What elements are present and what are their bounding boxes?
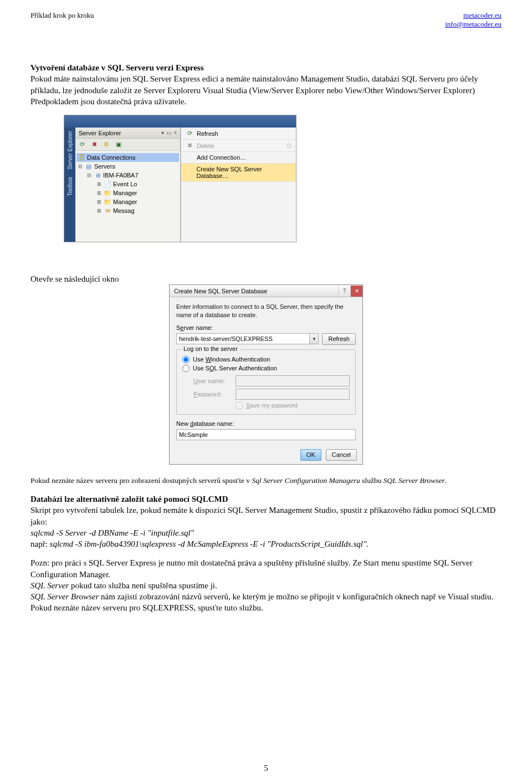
cancel-button[interactable]: Cancel — [326, 449, 357, 461]
stop-icon[interactable]: ✖ — [90, 140, 99, 149]
username-label: User name: — [193, 378, 232, 384]
delete-icon: ✖ — [186, 142, 193, 149]
dropdown-icon[interactable]: ▼ — [309, 334, 318, 344]
folder-icon: 📁 — [104, 198, 111, 206]
context-menu: ⟳ Refresh ✖ Delete D Add Connection… Cre… — [181, 128, 296, 242]
page-number: 5 — [0, 763, 532, 773]
expand-icon[interactable]: ⊞ — [96, 181, 102, 187]
radio-windows-auth-input[interactable] — [182, 356, 190, 363]
collapse-icon[interactable]: ⊟ — [86, 172, 92, 178]
expand-icon[interactable]: ⊞ — [96, 190, 102, 196]
sqlbrowser-line: SQL Server Browser nám zajistí zobrazová… — [30, 591, 502, 614]
new-db-label: New database name: — [176, 420, 356, 427]
side-tab-toolbox[interactable]: Toolbox — [67, 177, 73, 196]
ctx-create-db[interactable]: Create New SQL Server Database… — [181, 164, 296, 182]
server-explorer-panel: Server Explorer ▾ ▭ × ⟳ ✖ ⚙ ▣ 🗄 Data Con… — [75, 128, 181, 242]
ctx-delete: ✖ Delete D — [181, 140, 296, 152]
help-button[interactable]: ? — [338, 286, 350, 297]
tree-view: 🗄 Data Connections ⊟ ▤ Servers ⊟ 🖥 IBM-F… — [75, 151, 180, 217]
header-right: metacoder.eu info@metacoder.eu — [445, 11, 502, 29]
folder-icon: 📁 — [104, 189, 111, 197]
shortcut-hint: D — [287, 142, 291, 149]
panel-toolbar: ⟳ ✖ ⚙ ▣ — [75, 139, 180, 151]
vs-side-tabs: Server Explorer Toolbox — [64, 128, 75, 242]
close-icon[interactable]: × — [173, 130, 177, 136]
pozn-paragraph: Pozn: pro práci s SQL Server Express je … — [30, 557, 502, 580]
dialog-titlebar: Create New SQL Server Database ? ✕ — [170, 285, 362, 297]
cmd-template: sqlcmd -S Server -d DBName -E -i "inputf… — [30, 527, 502, 538]
server-name-input[interactable] — [176, 333, 319, 344]
alt-heading: Databázi lze alternativně založit také p… — [30, 495, 228, 503]
note-line: Pokud neznáte název serveru pro zobrazen… — [30, 476, 502, 486]
dialog-instruction: Enter information to connect to a SQL Se… — [176, 303, 356, 319]
tree-node-eventlog[interactable]: ⊞ 📄 Event Lo — [76, 180, 179, 189]
dialog-title: Create New SQL Server Database — [174, 288, 267, 294]
add-server-icon[interactable]: ▣ — [114, 140, 123, 149]
sql-auth-subgroup: User name: Password: Save my password — [193, 375, 350, 409]
screenshot-server-explorer: Server Explorer Toolbox Server Explorer … — [64, 115, 296, 242]
radio-sql-auth[interactable]: Use SQL Server Authentication — [182, 365, 350, 372]
page-header: Příklad krok po kroku metacoder.eu info@… — [30, 11, 502, 29]
collapse-icon[interactable]: ⊟ — [78, 164, 83, 169]
save-password-checkbox — [236, 402, 243, 409]
expand-icon[interactable]: ⊞ — [96, 199, 102, 205]
vs-titlebar — [64, 115, 296, 128]
header-link-site[interactable]: metacoder.eu — [463, 11, 502, 19]
password-label: Password: — [193, 391, 232, 398]
section-heading: Vytvoření databáze v SQL Serveru verzi E… — [30, 63, 203, 72]
refresh-button[interactable]: Refresh — [322, 333, 356, 345]
new-db-input[interactable] — [176, 429, 356, 440]
tree-node-management2[interactable]: ⊞ 📁 Manager — [76, 197, 179, 206]
cmd-example: např: sqlcmd -S ibm-fa0ba43901\sqlexpres… — [30, 538, 502, 549]
mid-text: Otevře se následující okno — [30, 273, 502, 284]
tree-node-messages[interactable]: ⊞ ✉ Messag — [76, 206, 179, 215]
header-link-email[interactable]: info@metacoder.eu — [445, 20, 502, 28]
servers-icon: ▤ — [85, 162, 93, 170]
side-tab-server-explorer[interactable]: Server Explorer — [67, 131, 73, 169]
logon-legend: Log on to the server — [181, 345, 240, 352]
tree-node-data-connections[interactable]: 🗄 Data Connections — [76, 153, 179, 162]
panel-title: Server Explorer — [79, 130, 121, 136]
save-password-check: Save my password — [236, 402, 350, 409]
password-input — [236, 389, 350, 400]
tree-node-servers[interactable]: ⊟ ▤ Servers — [76, 162, 179, 171]
close-button[interactable]: ✕ — [350, 286, 362, 297]
expand-icon[interactable]: ⊞ — [96, 208, 102, 213]
ok-button[interactable]: OK — [300, 449, 321, 461]
refresh-icon: ⟳ — [186, 130, 193, 137]
ctx-blank — [181, 182, 296, 242]
radio-sql-auth-input[interactable] — [182, 365, 190, 372]
logon-group: Log on to the server Use Windows Authent… — [176, 349, 356, 415]
screenshot-create-db-dialog: Create New SQL Server Database ? ✕ Enter… — [169, 284, 363, 465]
pin-icon[interactable]: ▭ — [166, 130, 171, 136]
ctx-refresh[interactable]: ⟳ Refresh — [181, 128, 296, 140]
log-icon: 📄 — [104, 180, 111, 188]
connect-icon[interactable]: ⚙ — [102, 140, 111, 149]
intro-paragraph: Pokud máte nainstalovánu jen SQL Server … — [30, 73, 502, 107]
tree-node-management1[interactable]: ⊞ 📁 Manager — [76, 189, 179, 197]
body-text: Vytvoření databáze v SQL Serveru verzi E… — [30, 62, 502, 107]
dropdown-icon[interactable]: ▾ — [161, 130, 164, 136]
tree-node-ibm[interactable]: ⊟ 🖥 IBM-FA0BA7 — [76, 171, 179, 180]
sqlserver-line: SQL Server pokud tato služba není spuště… — [30, 580, 502, 591]
alt-paragraph: Skript pro vytvoření tabulek lze, pokud … — [30, 505, 502, 527]
msg-icon: ✉ — [104, 207, 111, 215]
header-left: Příklad krok po kroku — [30, 11, 94, 29]
alt-section: Databázi lze alternativně založit také p… — [30, 493, 502, 614]
username-input — [236, 375, 350, 386]
computer-icon: 🖥 — [94, 171, 101, 179]
radio-windows-auth[interactable]: Use Windows Authentication — [182, 356, 350, 363]
server-name-label: Server name: — [176, 324, 356, 331]
db-icon: 🗄 — [78, 154, 85, 161]
refresh-icon[interactable]: ⟳ — [78, 140, 86, 149]
ctx-add-connection[interactable]: Add Connection… — [181, 152, 296, 164]
open-window-text: Otevře se následující okno — [30, 273, 502, 284]
